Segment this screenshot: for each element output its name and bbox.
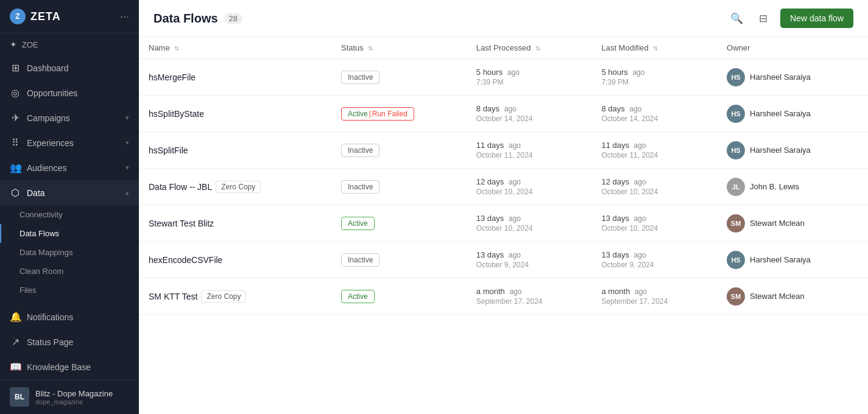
time-primary: a month ago xyxy=(601,287,707,296)
sidebar-item-label: Status Page xyxy=(27,337,73,347)
time-secondary: October 9, 2024 xyxy=(601,261,707,269)
flow-name: Stewart Test Blitz xyxy=(149,219,214,228)
time-secondary: 7:39 PM xyxy=(476,78,582,86)
sidebar-item-dashboard[interactable]: ⊞ Dashboard xyxy=(0,55,139,80)
sidebar-item-data[interactable]: ⬡ Data ▴ xyxy=(0,180,139,205)
time-primary: 8 days ago xyxy=(476,104,582,113)
time-primary: 13 days ago xyxy=(601,214,707,223)
cell-name: hsSplitFile xyxy=(139,132,331,169)
cell-last-modified: 11 days agoOctober 11, 2024 xyxy=(591,132,717,169)
sort-icon: ⇅ xyxy=(368,45,373,52)
sort-icon: ⇅ xyxy=(653,45,658,52)
status-badge: Inactive xyxy=(341,253,379,267)
tag-badge: Zero Copy xyxy=(216,181,261,193)
workspace-info: Blitz - Dope Magazine dope_magazine xyxy=(35,389,113,405)
time-primary: 5 hours ago xyxy=(601,68,707,77)
time-primary: 11 days ago xyxy=(601,141,707,150)
sidebar-item-knowledge-base[interactable]: 📖 Knowledge Base xyxy=(0,354,139,379)
flow-name: hsSplitByState xyxy=(149,109,204,119)
table-row[interactable]: hsSplitByStateActive|Run Failed8 days ag… xyxy=(139,96,868,132)
sidebar-item-notifications[interactable]: 🔔 Notifications xyxy=(0,304,139,329)
col-name[interactable]: Name ⇅ xyxy=(139,37,331,59)
owner-name: Harsheel Saraiya xyxy=(750,146,811,155)
sidebar-item-label: Experiences xyxy=(27,138,74,148)
filter-button[interactable]: ⊟ xyxy=(753,9,773,28)
dashboard-icon: ⊞ xyxy=(10,62,21,74)
avatar: SM xyxy=(727,214,745,233)
table-row[interactable]: hexEncodeCSVFileInactive13 days agoOctob… xyxy=(139,242,868,278)
time-secondary: October 10, 2024 xyxy=(601,224,707,233)
col-last-processed[interactable]: Last Processed ⇅ xyxy=(467,37,592,59)
sidebar-item-experiences[interactable]: ⠿ Experiences ▾ xyxy=(0,130,139,155)
status-badge: Active xyxy=(341,217,375,230)
search-button[interactable]: 🔍 xyxy=(727,9,746,28)
table-row[interactable]: Data Flow -- JBLZero CopyInactive12 days… xyxy=(139,169,868,205)
sidebar-item-campaigns[interactable]: ✈ Campaigns ▾ xyxy=(0,105,139,130)
cell-owner: SMStewart Mclean xyxy=(717,205,868,242)
cell-last-processed: 13 days agoOctober 9, 2024 xyxy=(467,242,592,278)
table-row[interactable]: Stewart Test BlitzActive13 days agoOctob… xyxy=(139,205,868,242)
cell-status: Active xyxy=(331,205,467,242)
time-secondary: October 9, 2024 xyxy=(476,261,582,269)
owner-name: Stewart Mclean xyxy=(750,219,805,228)
new-data-flow-button[interactable]: New data flow xyxy=(780,9,853,28)
time-secondary: October 14, 2024 xyxy=(476,114,582,123)
cell-owner: JLJohn B. Lewis xyxy=(717,169,868,205)
table-row[interactable]: hsSplitFileInactive11 days agoOctober 11… xyxy=(139,132,868,169)
sidebar-item-label: Campaigns xyxy=(27,113,70,123)
sidebar: Z ZETA ··· ✦ ZOE ⊞ Dashboard ◎ Opportuni… xyxy=(0,0,139,414)
sidebar-item-audiences[interactable]: 👥 Audiences ▾ xyxy=(0,155,139,180)
table-row[interactable]: SM KTT TestZero CopyActivea month agoSep… xyxy=(139,278,868,315)
sidebar-item-label: Data xyxy=(27,188,45,198)
status-badge: Active|Run Failed xyxy=(341,107,414,121)
sidebar-item-status-page[interactable]: ↗ Status Page xyxy=(0,329,139,354)
cell-status: Active xyxy=(331,278,467,315)
time-secondary: October 10, 2024 xyxy=(476,188,582,196)
cell-status: Inactive xyxy=(331,242,467,278)
sidebar-subitem-data-mappings[interactable]: Data Mappings xyxy=(0,243,139,262)
cell-last-processed: 8 days agoOctober 14, 2024 xyxy=(467,96,592,132)
time-primary: 13 days ago xyxy=(476,214,582,223)
search-icon: 🔍 xyxy=(730,12,743,25)
zoe-icon: ✦ xyxy=(10,40,17,49)
zoe-label: ZOE xyxy=(22,40,38,49)
cell-owner: HSHarsheel Saraiya xyxy=(717,59,868,96)
col-last-modified[interactable]: Last Modified ⇅ xyxy=(591,37,717,59)
sidebar-logo: Z ZETA ··· xyxy=(0,0,139,33)
time-primary: a month ago xyxy=(476,287,582,296)
time-primary: 12 days ago xyxy=(476,177,582,186)
sidebar-subitem-data-flows[interactable]: Data Flows xyxy=(0,224,139,243)
col-status[interactable]: Status ⇅ xyxy=(331,37,467,59)
sidebar-item-label: Audiences xyxy=(27,163,66,173)
table-header: Name ⇅ Status ⇅ Last Processed ⇅ Last Mo… xyxy=(139,37,868,59)
sidebar-item-zoe[interactable]: ✦ ZOE xyxy=(0,33,139,55)
flow-name: hsMergeFile xyxy=(149,72,196,82)
sort-icon: ⇅ xyxy=(535,45,540,52)
cell-last-modified: a month agoSeptember 17, 2024 xyxy=(591,278,717,315)
col-owner: Owner xyxy=(717,37,868,59)
status-page-icon: ↗ xyxy=(10,336,21,348)
chevron-down-icon: ▾ xyxy=(125,114,129,122)
sidebar-subitem-clean-room[interactable]: Clean Room xyxy=(0,262,139,281)
logo-icon: Z xyxy=(10,9,26,24)
sidebar-subitem-files[interactable]: Files xyxy=(0,281,139,300)
time-secondary: September 17, 2024 xyxy=(601,297,707,306)
cell-status: Inactive xyxy=(331,132,467,169)
cell-last-processed: a month agoSeptember 17, 2024 xyxy=(467,278,592,315)
sidebar-subitem-connectivity[interactable]: Connectivity xyxy=(0,205,139,224)
page-title: Data Flows xyxy=(153,12,218,26)
data-flows-table: Name ⇅ Status ⇅ Last Processed ⇅ Last Mo… xyxy=(139,37,868,315)
flow-name: hsSplitFile xyxy=(149,146,188,155)
audiences-icon: 👥 xyxy=(10,162,21,174)
cell-owner: HSHarsheel Saraiya xyxy=(717,96,868,132)
chevron-down-icon: ▾ xyxy=(125,164,129,172)
time-secondary: September 17, 2024 xyxy=(476,297,582,306)
sidebar-item-opportunities[interactable]: ◎ Opportunities xyxy=(0,80,139,105)
owner-name: Stewart Mclean xyxy=(750,292,805,301)
table-row[interactable]: hsMergeFileInactive5 hours ago7:39 PM5 h… xyxy=(139,59,868,96)
sidebar-item-label: Dashboard xyxy=(27,63,69,73)
workspace-footer: BL Blitz - Dope Magazine dope_magazine xyxy=(0,379,139,414)
count-badge: 28 xyxy=(224,13,242,24)
more-menu-icon[interactable]: ··· xyxy=(120,10,129,23)
avatar: HS xyxy=(727,68,745,86)
